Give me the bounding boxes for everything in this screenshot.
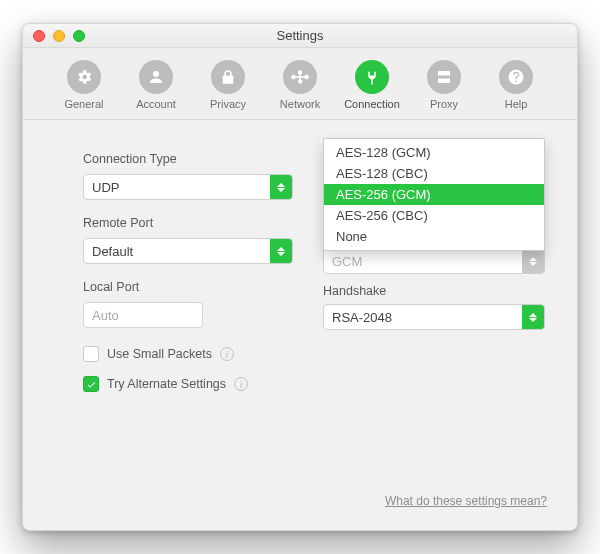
minimize-icon[interactable] xyxy=(53,30,65,42)
connection-type-label: Connection Type xyxy=(83,152,293,166)
maximize-icon[interactable] xyxy=(73,30,85,42)
dropdown-item-selected[interactable]: AES-256 (GCM) xyxy=(324,184,544,205)
chevron-updown-icon xyxy=(270,175,292,199)
alternate-settings-checkbox[interactable] xyxy=(83,376,99,392)
tab-network[interactable]: Network xyxy=(269,56,331,116)
window-controls xyxy=(33,30,85,42)
tab-connection[interactable]: Connection xyxy=(341,56,403,116)
small-packets-row[interactable]: Use Small Packets i xyxy=(83,346,293,362)
handshake-select[interactable]: RSA-2048 xyxy=(323,304,545,330)
network-icon xyxy=(283,60,317,94)
small-packets-checkbox[interactable] xyxy=(83,346,99,362)
chevron-updown-icon xyxy=(522,305,544,329)
checkbox-label: Try Alternate Settings xyxy=(107,377,226,391)
tab-help[interactable]: Help xyxy=(485,56,547,116)
input-placeholder: Auto xyxy=(92,308,119,323)
connection-type-select[interactable]: UDP xyxy=(83,174,293,200)
select-value: UDP xyxy=(92,180,119,195)
tab-label: General xyxy=(64,98,103,110)
local-port-label: Local Port xyxy=(83,280,293,294)
tab-label: Connection xyxy=(344,98,400,110)
checkbox-label: Use Small Packets xyxy=(107,347,212,361)
settings-window: Settings General Account Privacy Network xyxy=(22,23,578,531)
plug-icon xyxy=(355,60,389,94)
lock-icon xyxy=(211,60,245,94)
tab-label: Proxy xyxy=(430,98,458,110)
tab-proxy[interactable]: Proxy xyxy=(413,56,475,116)
tab-label: Help xyxy=(505,98,528,110)
handshake-label: Handshake xyxy=(323,284,386,298)
local-port-input[interactable]: Auto xyxy=(83,302,203,328)
dropdown-item[interactable]: None xyxy=(324,226,544,247)
tab-privacy[interactable]: Privacy xyxy=(197,56,259,116)
remote-port-select[interactable]: Default xyxy=(83,238,293,264)
tab-account[interactable]: Account xyxy=(125,56,187,116)
remote-port-label: Remote Port xyxy=(83,216,293,230)
help-link[interactable]: What do these settings mean? xyxy=(385,494,547,508)
cipher-select-underlay[interactable]: GCM xyxy=(323,248,545,274)
tab-label: Network xyxy=(280,98,320,110)
content-area: Connection Type UDP Remote Port Default … xyxy=(23,120,577,530)
tab-label: Account xyxy=(136,98,176,110)
select-value: RSA-2048 xyxy=(332,310,392,325)
user-icon xyxy=(139,60,173,94)
info-icon[interactable]: i xyxy=(220,347,234,361)
question-icon xyxy=(499,60,533,94)
chevron-updown-icon xyxy=(270,239,292,263)
alternate-settings-row[interactable]: Try Alternate Settings i xyxy=(83,376,293,392)
dropdown-item[interactable]: AES-256 (CBC) xyxy=(324,205,544,226)
info-icon[interactable]: i xyxy=(234,377,248,391)
tab-general[interactable]: General xyxy=(53,56,115,116)
select-value: Default xyxy=(92,244,133,259)
close-icon[interactable] xyxy=(33,30,45,42)
chevron-updown-icon xyxy=(522,249,544,273)
titlebar: Settings xyxy=(23,24,577,48)
tab-label: Privacy xyxy=(210,98,246,110)
cipher-dropdown[interactable]: AES-128 (GCM) AES-128 (CBC) AES-256 (GCM… xyxy=(323,138,545,251)
dropdown-item[interactable]: AES-128 (GCM) xyxy=(324,142,544,163)
left-column: Connection Type UDP Remote Port Default … xyxy=(83,148,293,392)
dropdown-item[interactable]: AES-128 (CBC) xyxy=(324,163,544,184)
server-icon xyxy=(427,60,461,94)
select-value: GCM xyxy=(332,254,362,269)
toolbar: General Account Privacy Network Connecti… xyxy=(23,48,577,120)
window-title: Settings xyxy=(277,28,324,43)
gear-icon xyxy=(67,60,101,94)
